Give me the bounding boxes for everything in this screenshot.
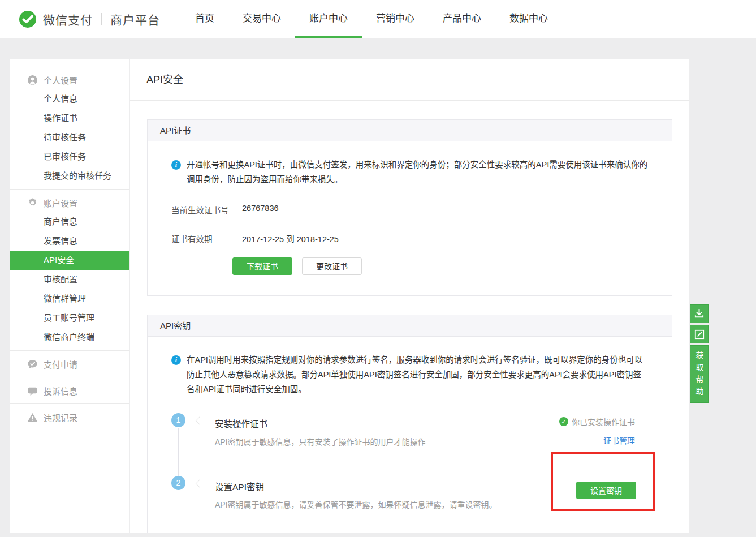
sidebar-item-staff-account[interactable]: 员工账号管理 [10, 308, 129, 328]
wechat-pay-logo-icon [19, 11, 36, 28]
sidebar-section-label: 违规记录 [44, 411, 77, 423]
sidebar-section-complaint-info[interactable]: 投诉信息 [10, 381, 129, 400]
sidebar-item-merchant-terminal[interactable]: 微信商户终端 [10, 328, 129, 347]
api-key-info-note: i 在API调用时用来按照指定规则对你的请求参数进行签名，服务器收到你的请求时会… [171, 353, 649, 397]
certificate-validity-value: 2017-12-25 到 2018-12-25 [242, 233, 339, 244]
certificate-management-link[interactable]: 证书管理 [603, 435, 635, 446]
sidebar-item-reviewed[interactable]: 已审核任务 [10, 147, 129, 166]
nav-item-marketing-center[interactable]: 营销中心 [362, 0, 429, 38]
sidebar-section-personal-settings[interactable]: 个人设置 [10, 70, 129, 89]
edit-icon [694, 329, 705, 340]
sidebar-section-violation-records[interactable]: 违规记录 [10, 407, 129, 427]
certificate-validity-label: 证书有效期 [171, 233, 242, 244]
change-certificate-button[interactable]: 更改证书 [302, 257, 362, 275]
sidebar-section-label: 投诉信息 [44, 385, 77, 397]
status-text: 你已安装操作证书 [572, 416, 635, 427]
chat-check-icon [27, 359, 38, 370]
sidebar-section-label: 个人设置 [44, 74, 77, 86]
feedback-tool-button[interactable] [690, 325, 709, 343]
brand-product-name: 微信支付 [43, 11, 93, 28]
sidebar-section-account-settings[interactable]: 账户设置 [10, 193, 129, 212]
certificate-info-text: 开通帐号和更换API证书时，由微信支付签发，用来标识和界定你的身份；部分安全性要… [187, 157, 649, 187]
sidebar-item-api-security[interactable]: API安全 [10, 251, 129, 270]
certificate-number-value: 26767836 [242, 204, 279, 216]
sidebar-divider [10, 350, 129, 354]
certificate-installed-status: ✓ 你已安装操作证书 [559, 416, 635, 427]
step-number-badge: 2 [171, 476, 185, 490]
brand: 微信支付 商户平台 [19, 0, 160, 38]
chat-icon [27, 385, 38, 396]
api-key-info-text: 在API调用时用来按照指定规则对你的请求参数进行签名，服务器收到你的请求时会进行… [187, 353, 649, 397]
api-key-panel-title: API密钥 [148, 315, 672, 337]
nav-item-home[interactable]: 首页 [181, 0, 228, 38]
sidebar-item-merchant-info[interactable]: 商户信息 [10, 212, 129, 231]
check-circle-icon: ✓ [559, 417, 568, 426]
info-icon: i [171, 160, 181, 170]
sidebar-divider [10, 377, 129, 381]
sidebar-item-wechat-group[interactable]: 微信群管理 [10, 289, 129, 308]
step-install-certificate: 1 安装操作证书 API密钥属于敏感信息，只有安装了操作证书的用户才能操作 ✓ … [171, 406, 649, 459]
nav-item-account-center[interactable]: 账户中心 [295, 0, 362, 38]
warning-icon [27, 412, 38, 423]
sidebar-item-review-config[interactable]: 审核配置 [10, 270, 129, 289]
brand-divider [101, 13, 102, 25]
certificate-validity-row: 证书有效期 2017-12-25 到 2018-12-25 [171, 233, 649, 244]
api-certificate-panel-title: API证书 [148, 120, 672, 141]
sidebar-divider [10, 403, 129, 407]
sidebar-item-pending-review[interactable]: 待审核任务 [10, 128, 129, 147]
sidebar: 个人设置 个人信息 操作证书 待审核任务 已审核任务 我提交的审核任务 账户设置… [10, 59, 129, 533]
nav-item-product-center[interactable]: 产品中心 [429, 0, 495, 38]
download-certificate-button[interactable]: 下载证书 [232, 257, 292, 275]
download-icon [694, 308, 705, 319]
nav-item-transaction-center[interactable]: 交易中心 [228, 0, 295, 38]
info-icon: i [171, 355, 181, 365]
gear-icon [27, 197, 38, 208]
floating-toolbar: 获取帮助 [690, 304, 709, 403]
step-install-certificate-card: 安装操作证书 API密钥属于敏感信息，只有安装了操作证书的用户才能操作 ✓ 你已… [200, 406, 649, 459]
page-title: API安全 [130, 59, 689, 101]
user-icon [27, 75, 38, 85]
annotation-highlight-box [551, 452, 655, 511]
sidebar-item-invoice-info[interactable]: 发票信息 [10, 231, 129, 251]
sidebar-item-personal-info[interactable]: 个人信息 [10, 89, 129, 109]
certificate-number-label: 当前生效证书号 [171, 204, 242, 216]
step-number-badge: 1 [171, 413, 185, 427]
sidebar-divider [10, 189, 129, 193]
nav-item-data-center[interactable]: 数据中心 [495, 0, 562, 38]
sidebar-section-label: 支付申请 [44, 358, 77, 370]
sidebar-item-my-submitted-review[interactable]: 我提交的审核任务 [10, 166, 129, 186]
sidebar-item-operation-cert[interactable]: 操作证书 [10, 109, 129, 128]
top-header: 微信支付 商户平台 首页 交易中心 账户中心 营销中心 产品中心 数据中心 [0, 0, 756, 38]
sidebar-section-payment-application[interactable]: 支付申请 [10, 354, 129, 373]
sidebar-section-label: 账户设置 [44, 197, 77, 209]
brand-site-name: 商户平台 [110, 11, 160, 28]
get-help-button[interactable]: 获取帮助 [690, 345, 709, 403]
certificate-number-row: 当前生效证书号 26767836 [171, 204, 649, 216]
api-certificate-panel: API证书 i 开通帐号和更换API证书时，由微信支付签发，用来标识和界定你的身… [147, 119, 672, 296]
download-tool-button[interactable] [690, 304, 709, 323]
top-nav: 首页 交易中心 账户中心 营销中心 产品中心 数据中心 [181, 0, 562, 38]
certificate-info-note: i 开通帐号和更换API证书时，由微信支付签发，用来标识和界定你的身份；部分安全… [171, 157, 649, 187]
